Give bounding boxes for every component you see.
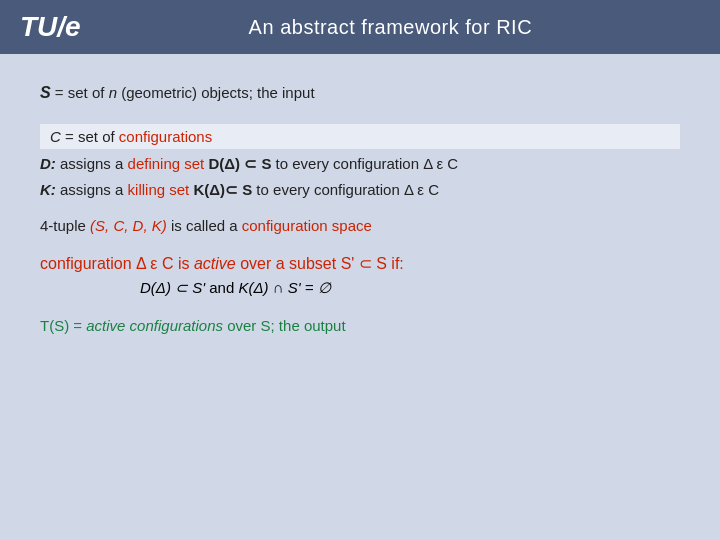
- d-text2: D(Δ) ⊂ S: [204, 155, 271, 172]
- header-title: An abstract framework for RIC: [81, 16, 700, 39]
- k-label: K:: [40, 181, 56, 198]
- kcond: K(Δ) ∩ S' = ∅: [238, 279, 330, 296]
- and-text: and: [205, 279, 238, 296]
- k-text2: K(Δ)⊂ S: [189, 181, 252, 198]
- tuple-suffix: is called a: [167, 217, 242, 234]
- logo: TU/e: [20, 11, 81, 43]
- c-eq: =: [61, 128, 78, 145]
- line-d: D: assigns a defining set D(Δ) ⊂ S to ev…: [40, 155, 680, 173]
- line-active: configuration Δ ε C is active over a sub…: [40, 254, 680, 273]
- c-text: set of: [78, 128, 119, 145]
- tuple-config: configuration space: [242, 217, 372, 234]
- k-killing: killing set: [128, 181, 190, 198]
- d-label: D:: [40, 155, 56, 172]
- line-ts: T(S) = active configurations over S; the…: [40, 317, 680, 334]
- active-word: active: [194, 255, 236, 272]
- active-prefix: configuration Δ ε C is: [40, 255, 194, 272]
- s-n: n: [109, 84, 117, 101]
- line-c: C = set of configurations: [40, 124, 680, 149]
- line-s: S = set of n (geometric) objects; the in…: [40, 84, 680, 102]
- active-text: over a subset S' ⊂ S if:: [236, 255, 404, 272]
- k-text3: to every configuration Δ ε C: [252, 181, 439, 198]
- s-suffix: (geometric) objects; the input: [117, 84, 315, 101]
- tuple-skdk: (S, C, D, K): [90, 217, 167, 234]
- line-tuple: 4-tuple (S, C, D, K) is called a configu…: [40, 217, 680, 234]
- dcond: D(Δ) ⊂ S': [140, 279, 205, 296]
- c-label: C: [50, 128, 61, 145]
- line-k: K: assigns a killing set K(Δ)⊂ S to ever…: [40, 181, 680, 199]
- main-content: S = set of n (geometric) objects; the in…: [0, 54, 720, 364]
- s-label: S: [40, 84, 51, 101]
- line-conditions: D(Δ) ⊂ S' and K(Δ) ∩ S' = ∅: [140, 279, 680, 297]
- tuple-prefix: 4-tuple: [40, 217, 90, 234]
- d-text3: to every configuration Δ ε C: [271, 155, 458, 172]
- ts-active: active configurations: [86, 317, 223, 334]
- ts-prefix: T(S) =: [40, 317, 86, 334]
- ts-suffix: over S; the output: [223, 317, 346, 334]
- d-defining: defining set: [128, 155, 205, 172]
- header: TU/e An abstract framework for RIC: [0, 0, 720, 54]
- d-text1: assigns a: [56, 155, 128, 172]
- c-configurations: configurations: [119, 128, 212, 145]
- k-text1: assigns a: [56, 181, 128, 198]
- s-text: = set of: [51, 84, 109, 101]
